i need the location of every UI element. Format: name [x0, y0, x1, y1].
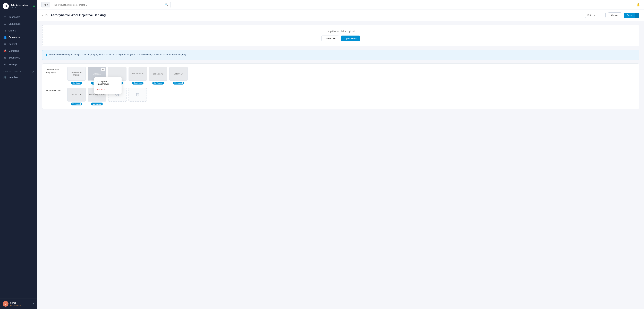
image-card-10: 🖼	[128, 88, 147, 106]
status-dot	[33, 6, 35, 7]
image-card-1: Picture for alllanguages Configure	[67, 67, 86, 84]
content-area: ‹ ⧉ Aerodynamic Wool Objective Banking D…	[38, 10, 644, 309]
thumb-label-6: Bild only EN	[174, 73, 183, 75]
upload-file-button[interactable]: Upload file	[322, 36, 339, 41]
cancel-button[interactable]: Cancel	[608, 12, 621, 18]
search-input[interactable]	[50, 2, 162, 8]
user-name: demo	[10, 302, 21, 304]
sections-table: Picture for alllanguages Picture for all…	[46, 67, 636, 106]
images-row-1: Picture for alllanguages Picture for all…	[46, 67, 636, 84]
images-row-2: Standard Cover Bild NL & DE Configured	[46, 88, 636, 106]
context-menu: Configure image/cover Remove	[94, 77, 122, 94]
upload-area: Drop files or click to upload Upload fil…	[42, 25, 639, 46]
save-button-group: Save ▾	[624, 12, 639, 18]
image-thumb-1[interactable]: Picture for alllanguages	[67, 67, 86, 80]
image-thumb-5[interactable]: Bild EN & NL	[149, 67, 167, 80]
images-section: Picture for alllanguages Picture for all…	[42, 64, 639, 109]
thumb-menu-button-2[interactable]: •••	[101, 68, 105, 71]
context-configure-item[interactable]: Configure image/cover	[94, 78, 122, 87]
upload-area-hint: Drop files or click to upload	[326, 30, 355, 33]
sidebar-item-label: Headless	[8, 76, 18, 79]
settings-icon: ⚙	[4, 63, 6, 66]
sidebar-item-label: Marketing	[8, 50, 19, 52]
image-card-7: Bild NL & DE Configured	[67, 88, 86, 106]
configured-badge-5[interactable]: Configured	[152, 82, 164, 84]
sidebar-item-label: Catalogues	[8, 22, 20, 25]
configured-badge-8[interactable]: Configured	[91, 102, 103, 106]
image-thumb-placeholder-10[interactable]: 🖼	[128, 88, 147, 102]
sidebar-item-customers[interactable]: 👥 Customers	[0, 34, 38, 41]
marketing-icon: 📣	[4, 49, 6, 52]
customers-icon: 👥	[4, 36, 6, 39]
placeholder-icon-10: 🖼	[136, 92, 140, 97]
headless-icon: 🛒	[4, 76, 6, 79]
page-body: Drop files or click to upload Upload fil…	[38, 21, 644, 113]
row1-images: Picture for alllanguages Configure ••• B…	[67, 67, 636, 84]
sidebar-item-label: Content	[8, 43, 17, 46]
main-area: All ▾ 🔍 🔔 ‹ ⧉ Aerodynamic Wool Objective…	[38, 0, 644, 309]
page-header: ‹ ⧉ Aerodynamic Wool Objective Banking D…	[38, 10, 644, 21]
topbar: All ▾ 🔍 🔔	[38, 0, 644, 10]
image-card-5: Bild EN & NL Configured	[149, 67, 168, 84]
image-thumb-6[interactable]: Bild only EN	[169, 67, 188, 80]
context-remove-item[interactable]: Remove	[94, 87, 122, 92]
sidebar-item-label: Extensions	[8, 56, 20, 59]
app-version: 6.4.10.1	[10, 7, 28, 9]
page-title: Aerodynamic Wool Objective Banking	[50, 14, 583, 17]
sidebar-item-headless[interactable]: 🛒 Headless	[0, 74, 38, 81]
row2-label: Standard Cover	[46, 88, 64, 92]
thumb-label-2: Bild in D...	[93, 73, 101, 75]
sidebar-nav: ⊞ Dashboard ⊡ Catalogues 🛍 Orders 👥 Cust…	[0, 12, 38, 298]
sidebar-item-orders[interactable]: 🛍 Orders	[0, 27, 38, 34]
sidebar-item-marketing[interactable]: 📣 Marketing	[0, 48, 38, 54]
extensions-icon: ⧉	[4, 56, 6, 59]
configured-badge-7[interactable]: Configured	[71, 102, 82, 106]
sidebar-item-label: Orders	[8, 29, 16, 32]
user-role: Administrator	[10, 304, 21, 306]
catalogues-icon: ⊡	[4, 22, 6, 25]
app-name: Administration	[10, 4, 28, 7]
sidebar-item-dashboard[interactable]: ⊞ Dashboard	[0, 14, 38, 20]
sidebar-item-content[interactable]: ▤ Content	[0, 41, 38, 48]
sidebar-footer: D demo Administrator ∧	[0, 298, 38, 309]
configure-badge-1[interactable]: Configure	[71, 82, 82, 84]
sales-channels-section: Sales Channels ⊕	[0, 68, 38, 74]
sidebar-collapse-chevron[interactable]: ∧	[33, 302, 35, 306]
image-thumb-7[interactable]: Bild NL & DE	[67, 88, 86, 102]
add-sales-channel-icon[interactable]: ⊕	[32, 70, 34, 73]
image-thumb-4[interactable]: ...ur in DEUTSCH 2	[128, 67, 147, 80]
search-filter-dropdown[interactable]: All ▾	[42, 2, 50, 8]
notifications-bell-icon[interactable]: 🔔	[636, 3, 640, 7]
sidebar-item-label: Settings	[8, 63, 17, 66]
language-chevron-icon: ▾	[594, 14, 596, 16]
sidebar-item-extensions[interactable]: ⧉ Extensions	[0, 54, 38, 61]
image-card-2: ••• Bild in D... Configured Configure im…	[88, 67, 106, 84]
sidebar-item-settings[interactable]: ⚙ Settings	[0, 61, 38, 68]
thumb-label-8: Picture only DUTCH	[89, 94, 104, 96]
thumb-label-7: Bild NL & DE	[72, 94, 82, 96]
thumb-label-4: ...ur in DEUTSCH 2	[131, 73, 144, 75]
language-selected-label: Dutch	[588, 14, 593, 16]
image-card-4: ...ur in DEUTSCH 2 Configured	[128, 67, 147, 84]
info-banner-text: There are some images configured for lan…	[49, 53, 188, 56]
sidebar-item-label: Customers	[8, 36, 20, 38]
back-button[interactable]: ‹	[42, 14, 43, 17]
info-banner: ℹ There are some images configured for l…	[42, 50, 639, 60]
search-button[interactable]: 🔍	[162, 2, 170, 8]
save-button[interactable]: Save	[624, 12, 635, 18]
sidebar-item-label: Dashboard	[8, 16, 20, 18]
app-logo[interactable]: G	[3, 3, 9, 9]
image-card-6: Bild only EN Configured	[169, 67, 188, 84]
upload-area-buttons: Upload file Open media	[322, 36, 360, 41]
open-media-button[interactable]: Open media	[341, 36, 360, 41]
language-dropdown[interactable]: Dutch ▾	[585, 12, 606, 18]
copy-button[interactable]: ⧉	[46, 14, 48, 17]
sales-channels-label: Sales Channels	[4, 70, 22, 72]
row2-images: Bild NL & DE Configured Picture only DUT…	[67, 88, 636, 106]
configured-badge-4[interactable]: Configured	[132, 82, 144, 84]
user-info: demo Administrator	[10, 302, 21, 306]
sidebar-item-catalogues[interactable]: ⊡ Catalogues	[0, 20, 38, 27]
save-dropdown-button[interactable]: ▾	[635, 12, 639, 18]
search-filter-label: All	[44, 4, 46, 6]
configured-badge-6[interactable]: Configured	[173, 82, 184, 84]
